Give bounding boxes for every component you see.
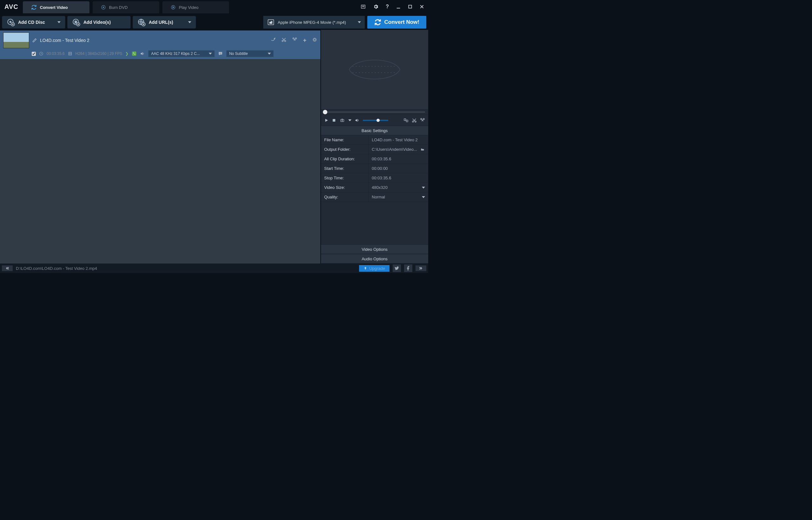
minimize-button[interactable]: [395, 3, 402, 10]
film-icon: [68, 51, 72, 56]
loop-icon[interactable]: [403, 118, 409, 123]
cut-icon[interactable]: [412, 118, 417, 123]
svg-text:all: all: [269, 21, 272, 24]
stop-icon[interactable]: [332, 118, 336, 123]
cut-icon[interactable]: [281, 37, 286, 44]
audio-selector[interactable]: AAC 48 KHz 317 Kbps 2 C...: [148, 50, 215, 57]
setting-label: Start Time:: [321, 164, 369, 173]
effects-icon[interactable]: [292, 37, 297, 44]
setting-file-name[interactable]: LO4D.com - Test Video 2: [369, 135, 428, 145]
clock-icon: [39, 51, 44, 56]
profile-all-icon: all: [267, 19, 275, 26]
disc-add-icon: [7, 18, 15, 26]
close-button[interactable]: [418, 3, 426, 10]
chevron-down-icon: [422, 187, 425, 188]
setting-label: Output Folder:: [321, 145, 369, 154]
help-icon[interactable]: ?: [385, 3, 390, 11]
svg-point-6: [10, 21, 11, 23]
add-cd-disc-button[interactable]: Add CD Disc: [2, 16, 65, 29]
basic-settings-table: File Name: LO4D.com - Test Video 2 Outpu…: [321, 135, 428, 202]
button-label: Add URL(s): [149, 20, 173, 25]
preview-progress[interactable]: [321, 109, 428, 115]
app-logo: AVC: [0, 0, 23, 13]
settings-icon[interactable]: [372, 3, 380, 11]
add-icon[interactable]: +: [303, 37, 306, 44]
svg-point-23: [220, 53, 221, 54]
menu-icon[interactable]: [359, 3, 367, 10]
status-path: D:\LO4D.com\LO4D.com - Test Video 2.mp4: [16, 266, 97, 271]
tab-label: Burn DVD: [109, 5, 128, 10]
chevron-down-icon: [358, 21, 361, 23]
convert-now-button[interactable]: Convert Now!: [367, 16, 427, 29]
film-add-icon: [72, 18, 80, 26]
setting-label: Stop Time:: [321, 173, 369, 183]
upgrade-button[interactable]: Upgrade: [359, 265, 390, 272]
setting-all-clip-duration: 00:03:35.6: [369, 154, 428, 163]
edit-icon[interactable]: [32, 38, 37, 43]
svg-rect-4: [409, 5, 411, 8]
folder-icon[interactable]: [420, 148, 425, 151]
video-list: LO4D.com - Test Video 2 + 00:03:35.6: [0, 30, 320, 263]
snapshot-icon[interactable]: [339, 118, 345, 123]
subtitle-label: No Subtitle: [229, 51, 248, 56]
add-videos-button[interactable]: Add Video(s): [67, 16, 131, 29]
svg-rect-26: [341, 120, 344, 122]
preview-area: [321, 30, 428, 109]
video-size-value: 480x320: [372, 185, 388, 190]
svg-point-22: [220, 53, 220, 54]
twitter-icon[interactable]: [393, 264, 401, 272]
setting-quality[interactable]: Normal: [369, 192, 428, 202]
video-item[interactable]: LO4D.com - Test Video 2 + 00:03:35.6: [0, 30, 320, 59]
tab-burn-dvd[interactable]: Burn DVD: [93, 1, 159, 13]
svg-point-24: [221, 53, 222, 54]
effects-icon[interactable]: [420, 118, 425, 123]
setting-stop-time[interactable]: 00:03:35.6: [369, 173, 428, 183]
button-label: Add CD Disc: [18, 20, 45, 25]
setting-label: File Name:: [321, 135, 369, 145]
quality-value: Normal: [372, 194, 385, 199]
item-duration: 00:03:35.6: [47, 51, 65, 56]
basic-settings-header[interactable]: Basic Settings: [321, 126, 428, 135]
upgrade-label: Upgrade: [369, 266, 385, 271]
chevron-down-icon: [268, 53, 271, 55]
setting-output-folder[interactable]: C:\Users\Andem\Video...: [369, 145, 428, 154]
chevron-down-icon: [422, 196, 425, 198]
setting-video-size[interactable]: 480x320: [369, 183, 428, 192]
output-folder-path: C:\Users\Andem\Video...: [372, 147, 417, 152]
add-urls-button[interactable]: Add URL(s): [133, 16, 196, 29]
play-circle-icon: [171, 5, 176, 10]
volume-icon[interactable]: [355, 118, 360, 123]
setting-label: Quality:: [321, 192, 369, 202]
video-options-header[interactable]: Video Options: [321, 244, 428, 254]
subtitle-selector[interactable]: No Subtitle: [226, 50, 274, 57]
refresh-icon[interactable]: [271, 37, 276, 44]
play-icon[interactable]: [324, 118, 329, 123]
collapse-button[interactable]: [2, 265, 13, 271]
setting-label: All Clip Duration:: [321, 154, 369, 163]
tab-play-video[interactable]: Play Video: [162, 1, 229, 13]
tab-convert-video[interactable]: Convert Video: [23, 1, 89, 13]
chevron-down-icon[interactable]: [348, 120, 352, 121]
tab-label: Convert Video: [40, 5, 68, 10]
setting-start-time[interactable]: 00:00:00: [369, 164, 428, 173]
maximize-button[interactable]: [407, 3, 414, 10]
subtitle-icon: [218, 51, 223, 56]
speaker-icon: [140, 51, 145, 56]
volume-slider[interactable]: [363, 120, 388, 121]
svg-rect-29: [406, 120, 408, 122]
item-checkbox[interactable]: [32, 52, 36, 56]
button-label: Convert Now!: [385, 19, 420, 25]
expand-button[interactable]: [416, 265, 426, 271]
svg-rect-28: [404, 119, 406, 120]
convert-icon: [31, 4, 37, 10]
audio-options-header[interactable]: Audio Options: [321, 254, 428, 263]
output-profile-selector[interactable]: all Apple iPhone MPEG-4 Movie (*.mp4): [263, 16, 365, 29]
svg-rect-25: [333, 119, 335, 122]
remove-icon[interactable]: [312, 37, 317, 44]
disc-icon: [101, 5, 106, 10]
convert-icon: [374, 19, 381, 26]
chevron-down-icon: [57, 21, 61, 23]
setting-label: Video Size:: [321, 183, 369, 192]
profile-label: Apple iPhone MPEG-4 Movie (*.mp4): [278, 20, 346, 25]
facebook-icon[interactable]: [404, 264, 412, 272]
